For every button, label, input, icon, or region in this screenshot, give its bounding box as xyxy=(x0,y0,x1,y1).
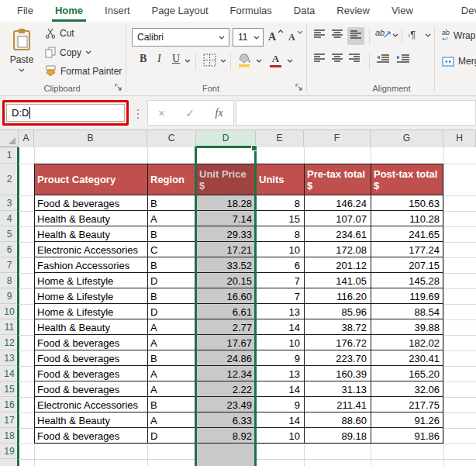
cell-D4[interactable]: 7.14 xyxy=(196,211,256,226)
row-header-13[interactable]: 13 xyxy=(0,350,19,366)
cell-C5[interactable]: B xyxy=(147,226,196,242)
grip-dots-icon[interactable] xyxy=(137,109,139,111)
cell-E6[interactable]: 10 xyxy=(256,242,304,257)
cell-D16[interactable]: 23.49 xyxy=(196,397,256,412)
cell-C17[interactable]: A xyxy=(147,412,196,428)
column-header-B[interactable]: B xyxy=(34,130,147,147)
underline-button[interactable]: U xyxy=(172,53,180,65)
tab-formulas[interactable]: Formulas xyxy=(219,0,283,22)
cut-button[interactable]: Cut xyxy=(45,28,74,39)
cell-G16[interactable]: 217.75 xyxy=(371,397,443,412)
cell-E2[interactable]: Units xyxy=(256,164,304,195)
cell-D3[interactable]: 18.28 xyxy=(196,195,256,211)
row-header-15[interactable]: 15 xyxy=(0,381,19,397)
cell-F3[interactable]: 146.24 xyxy=(304,195,371,211)
cell-C3[interactable]: B xyxy=(147,195,196,211)
column-header-D[interactable]: D xyxy=(196,130,256,147)
cell-G13[interactable]: 230.41 xyxy=(371,350,443,366)
clipboard-dialog-launcher-icon[interactable] xyxy=(115,84,123,92)
cell-F4[interactable]: 107.07 xyxy=(304,211,371,226)
tab-insert[interactable]: Insert xyxy=(94,0,141,22)
copy-button[interactable]: Copy xyxy=(45,47,91,58)
cell-G12[interactable]: 182.02 xyxy=(371,335,443,350)
cell-E3[interactable]: 8 xyxy=(256,195,304,211)
cell-E7[interactable]: 6 xyxy=(256,257,304,273)
cell-F11[interactable]: 38.72 xyxy=(304,319,371,335)
merge-center-button[interactable]: Merg xyxy=(442,56,476,67)
cell-E13[interactable]: 9 xyxy=(256,350,304,366)
cell-D8[interactable]: 20.15 xyxy=(196,273,256,288)
column-header-F[interactable]: F xyxy=(304,130,371,147)
text-direction-button[interactable]: ›¶ xyxy=(408,29,416,40)
row-header-4[interactable]: 4 xyxy=(0,211,19,226)
cell-E11[interactable]: 14 xyxy=(256,319,304,335)
column-header-G[interactable]: G xyxy=(371,130,443,147)
cell-G7[interactable]: 207.15 xyxy=(371,257,443,273)
orientation-button[interactable]: ab xyxy=(375,28,385,37)
cell-G6[interactable]: 177.24 xyxy=(371,242,443,257)
row-header-16[interactable]: 16 xyxy=(0,397,19,412)
insert-function-button[interactable]: fx xyxy=(216,107,223,119)
row-header-8[interactable]: 8 xyxy=(0,273,19,288)
tab-developer[interactable]: Developer xyxy=(450,0,476,22)
cell-F9[interactable]: 116.20 xyxy=(304,288,371,304)
grow-font-button[interactable]: A xyxy=(268,29,276,43)
align-center-button[interactable] xyxy=(330,53,346,69)
cell-B13[interactable]: Food & beverages xyxy=(34,350,147,366)
cell-G8[interactable]: 145.28 xyxy=(371,273,443,288)
cell-D14[interactable]: 12.34 xyxy=(196,366,256,381)
cell-D6[interactable]: 17.21 xyxy=(196,242,256,257)
cancel-button[interactable]: × xyxy=(158,107,164,119)
borders-button[interactable] xyxy=(203,54,216,67)
cell-B14[interactable]: Food & beverages xyxy=(34,366,147,381)
cell-C11[interactable]: A xyxy=(147,319,196,335)
row-header-10[interactable]: 10 xyxy=(0,304,19,319)
font-dialog-launcher-icon[interactable] xyxy=(295,84,304,92)
align-left-button[interactable] xyxy=(312,53,328,69)
row-header-18[interactable]: 18 xyxy=(0,428,19,444)
cell-E18[interactable]: 10 xyxy=(256,428,304,444)
top-align-button[interactable] xyxy=(312,29,328,45)
cell-C16[interactable]: B xyxy=(147,397,196,412)
cell-G9[interactable]: 119.69 xyxy=(371,288,443,304)
row-header-9[interactable]: 9 xyxy=(0,288,19,304)
bottom-align-button[interactable] xyxy=(347,27,364,45)
cell-B18[interactable]: Food & beverages xyxy=(34,428,147,444)
cell-E10[interactable]: 13 xyxy=(256,304,304,319)
cell-B17[interactable]: Health & Beauty xyxy=(34,412,147,428)
cell-G2[interactable]: Post-tax total$ xyxy=(371,164,443,195)
format-painter-button[interactable]: Format Painter xyxy=(45,65,122,77)
paste-button[interactable]: Paste xyxy=(6,26,37,87)
enter-button[interactable]: ✓ xyxy=(185,107,195,119)
cell-D2[interactable]: Unit Price$ xyxy=(196,164,256,195)
row-header-11[interactable]: 11 xyxy=(0,319,19,335)
cell-D12[interactable]: 17.67 xyxy=(196,335,256,350)
cell-G17[interactable]: 91.26 xyxy=(371,412,443,428)
tab-review[interactable]: Review xyxy=(326,0,381,22)
cell-B15[interactable]: Food & beverages xyxy=(34,381,147,397)
cell-G11[interactable]: 39.88 xyxy=(371,319,443,335)
cell-E12[interactable]: 10 xyxy=(256,335,304,350)
cell-B10[interactable]: Home & Lifestyle xyxy=(34,304,147,319)
cell-G15[interactable]: 32.06 xyxy=(371,381,443,397)
cell-B8[interactable]: Home & Lifestyle xyxy=(34,273,147,288)
cell-D18[interactable]: 8.92 xyxy=(196,428,256,444)
middle-align-button[interactable] xyxy=(330,29,346,45)
cell-B11[interactable]: Health & Beauty xyxy=(34,319,147,335)
cell-C9[interactable]: B xyxy=(147,288,196,304)
fill-color-button[interactable] xyxy=(237,53,252,67)
tab-home[interactable]: Home xyxy=(44,0,94,22)
cell-E5[interactable]: 8 xyxy=(256,226,304,242)
italic-button[interactable]: I xyxy=(157,53,161,65)
tab-file[interactable]: File xyxy=(6,0,44,22)
cell-F6[interactable]: 172.08 xyxy=(304,242,371,257)
cell-C15[interactable]: A xyxy=(147,381,196,397)
cell-F15[interactable]: 31.13 xyxy=(304,381,371,397)
cell-D17[interactable]: 6.33 xyxy=(196,412,256,428)
cell-F7[interactable]: 201.12 xyxy=(304,257,371,273)
cell-D10[interactable]: 6.61 xyxy=(196,304,256,319)
cell-D9[interactable]: 16.60 xyxy=(196,288,256,304)
formula-input[interactable] xyxy=(236,100,476,126)
cell-D7[interactable]: 33.52 xyxy=(196,257,256,273)
cell-F18[interactable]: 89.18 xyxy=(304,428,371,444)
